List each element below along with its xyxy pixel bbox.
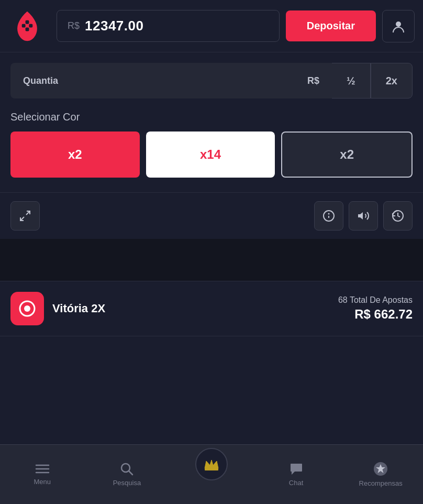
- chat-icon: [290, 462, 303, 476]
- bet-row: Quantia R$ ½ 2x: [10, 63, 413, 98]
- menu-label: Menu: [34, 478, 51, 486]
- crown-icon: [195, 448, 228, 480]
- nav-item-rewards[interactable]: Recompensas: [338, 457, 423, 491]
- dark-color-button[interactable]: x2: [281, 132, 413, 178]
- bet-amount-box: Quantia R$: [10, 63, 332, 98]
- rewards-label: Recompensas: [359, 479, 403, 487]
- svg-marker-11: [358, 212, 363, 220]
- color-section: Selecionar Cor x2 x14 x2: [10, 111, 413, 178]
- svg-line-6: [20, 217, 24, 221]
- bet-multiplier-buttons: ½ 2x: [332, 63, 413, 98]
- svg-rect-20: [205, 468, 218, 470]
- white-multiplier-label: x14: [200, 147, 221, 162]
- half-button[interactable]: ½: [332, 63, 371, 98]
- svg-rect-1: [26, 20, 29, 24]
- divider-2: [0, 336, 423, 336]
- bet-label: Quantia: [23, 75, 58, 86]
- bet-info-section: Vitória 2X 68 Total De Apostas R$ 662.72: [0, 281, 423, 336]
- rewards-icon: [373, 462, 388, 476]
- color-section-label: Selecionar Cor: [10, 111, 413, 123]
- svg-point-4: [396, 21, 401, 27]
- white-color-button[interactable]: x14: [146, 132, 275, 178]
- history-button[interactable]: [383, 201, 413, 231]
- logo: [8, 7, 46, 45]
- nav-item-search[interactable]: Pesquisa: [85, 458, 170, 491]
- menu-icon: [35, 463, 50, 475]
- game-area: [0, 239, 423, 281]
- total-amount: R$ 662.72: [338, 307, 413, 322]
- svg-line-5: [26, 211, 30, 215]
- total-bets: 68 Total De Apostas: [338, 295, 413, 305]
- search-icon: [120, 462, 133, 476]
- header: R$ 12347.00 Depositar: [0, 0, 423, 52]
- svg-point-10: [328, 213, 329, 214]
- red-color-button[interactable]: x2: [10, 132, 140, 178]
- controls-bar: [0, 193, 423, 239]
- bet-currency: R$: [307, 75, 319, 86]
- dark-multiplier-label: x2: [340, 147, 354, 162]
- chat-label: Chat: [289, 479, 303, 487]
- bet-info-left: Vitória 2X: [10, 292, 105, 325]
- sound-button[interactable]: [349, 201, 378, 231]
- color-options: x2 x14 x2: [10, 132, 413, 178]
- nav-item-menu[interactable]: Menu: [0, 459, 85, 490]
- svg-rect-2: [29, 24, 32, 27]
- profile-button[interactable]: [382, 10, 415, 42]
- controls-right: [314, 201, 413, 231]
- balance-amount: 12347.00: [85, 18, 143, 34]
- red-multiplier-label: x2: [68, 147, 82, 162]
- main-content: Quantia R$ ½ 2x Selecionar Cor x2 x14 x2: [0, 52, 423, 178]
- svg-line-19: [129, 471, 132, 475]
- svg-rect-3: [26, 27, 29, 31]
- victory-label: Vitória 2X: [52, 302, 105, 315]
- balance-box: R$ 12347.00: [57, 10, 280, 42]
- bottom-nav: Menu Pesquisa Chat: [0, 444, 423, 504]
- search-label: Pesquisa: [113, 479, 141, 487]
- balance-currency: R$: [68, 20, 80, 31]
- nav-item-chat[interactable]: Chat: [254, 458, 339, 491]
- deposit-button[interactable]: Depositar: [286, 10, 376, 41]
- info-button[interactable]: [314, 201, 343, 231]
- fullscreen-button[interactable]: [10, 201, 40, 231]
- victory-icon: [10, 292, 44, 325]
- svg-point-14: [24, 305, 30, 312]
- bet-info-right: 68 Total De Apostas R$ 662.72: [338, 295, 413, 322]
- double-button[interactable]: 2x: [371, 63, 413, 98]
- nav-item-crown[interactable]: [169, 444, 254, 485]
- svg-rect-0: [22, 24, 26, 27]
